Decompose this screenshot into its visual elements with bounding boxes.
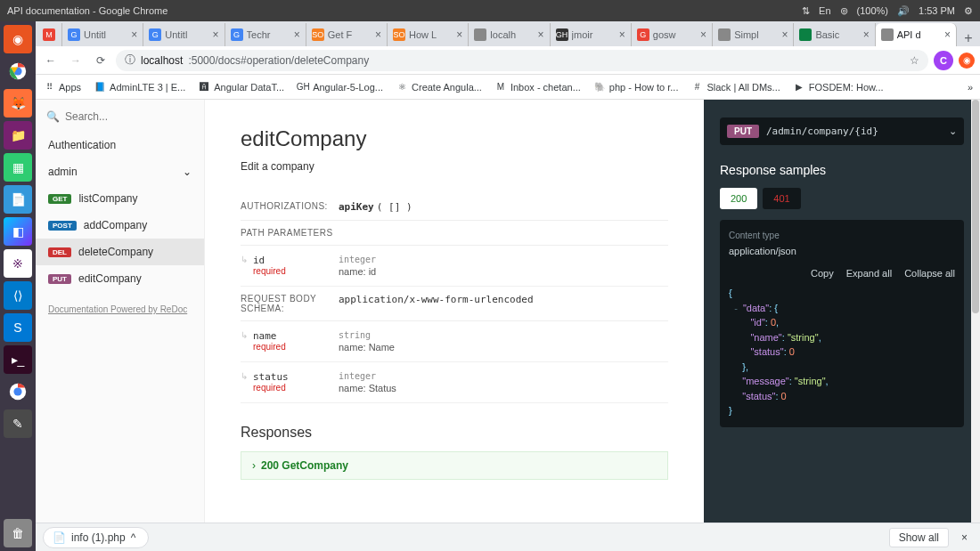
dock-chrome2[interactable] [4, 377, 32, 406]
profile-avatar[interactable]: C [934, 51, 953, 70]
close-downloads-bar[interactable]: × [956, 531, 973, 544]
chevron-down-icon: ⌄ [183, 166, 192, 178]
search-row: 🔍 [36, 107, 204, 132]
status-tab-401[interactable]: 401 [763, 188, 800, 209]
scrollbar[interactable] [971, 100, 980, 523]
close-tab-icon[interactable]: × [700, 28, 706, 41]
forward-button[interactable]: → [66, 51, 86, 70]
browser-tab[interactable]: localh× [469, 23, 550, 46]
json-sample: Content type application/json Copy Expan… [720, 220, 964, 427]
dock-terminal[interactable]: ▸_ [4, 345, 32, 374]
dock-app1[interactable]: ◧ [4, 217, 32, 246]
browser-tab[interactable]: API d× [876, 23, 957, 46]
operation-pane: editCompany Edit a company AUTHORIZATION… [205, 100, 704, 523]
tab-gmail[interactable]: M [36, 23, 62, 46]
browser-tab[interactable]: Simpl× [713, 23, 794, 46]
bookmarks-bar: ⠿Apps📘AdminLTE 3 | E...🅰Angular DataT...… [36, 75, 980, 100]
close-tab-icon[interactable]: × [538, 28, 544, 41]
browser-tab[interactable]: Ggosw× [632, 23, 713, 46]
dock-skype[interactable]: S [4, 313, 32, 342]
browser-tab[interactable]: GTechr× [225, 23, 306, 46]
wifi-icon[interactable]: ⊚ [840, 5, 848, 17]
dock-editor[interactable]: ✎ [4, 409, 32, 438]
body-param-row: statusrequiredinteger name: Status [241, 362, 668, 403]
json-body: { - "data": { "id": 0, "name": "string",… [729, 286, 955, 418]
reload-button[interactable]: ⟳ [91, 51, 110, 70]
search-input[interactable] [65, 110, 199, 123]
close-tab-icon[interactable]: × [213, 28, 219, 41]
sidebar-operation[interactable]: GETlistCompany [36, 185, 204, 212]
endpoint-box[interactable]: PUT /admin/company/{id} ⌄ [720, 117, 964, 145]
browser-tab[interactable]: Basic× [794, 23, 875, 46]
system-tray: ⇅ En ⊚ (100%) 🔊 1:53 PM ⚙ [802, 5, 973, 17]
bookmark-star-icon[interactable]: ☆ [910, 54, 919, 67]
volume-icon[interactable]: 🔊 [897, 5, 910, 17]
status-tabs: 200 401 [720, 188, 964, 209]
bookmark-item[interactable]: ⚛Create Angula... [396, 81, 482, 93]
system-top-bar: API documentation - Google Chrome ⇅ En ⊚… [0, 0, 980, 21]
back-button[interactable]: ← [41, 51, 61, 70]
dock-files[interactable]: 📁 [4, 121, 32, 150]
dock-vscode[interactable]: ⟨⟩ [4, 281, 32, 310]
close-tab-icon[interactable]: × [375, 28, 381, 41]
close-tab-icon[interactable]: × [944, 28, 951, 41]
close-tab-icon[interactable]: × [294, 28, 300, 41]
dock-slack[interactable]: ※ [4, 249, 32, 278]
bookmark-item[interactable]: 🅰Angular DataT... [198, 81, 284, 93]
operation-title: editCompany [241, 126, 668, 151]
browser-tab[interactable]: SOHow L× [388, 23, 469, 46]
browser-tab[interactable]: GHjmoir× [551, 23, 632, 46]
search-icon: 🔍 [46, 110, 60, 123]
collapse-all-button[interactable]: Collapse all [904, 266, 955, 281]
chevron-up-icon[interactable]: ^ [131, 531, 136, 544]
close-tab-icon[interactable]: × [863, 28, 870, 41]
bookmarks-overflow[interactable]: » [968, 82, 973, 93]
bookmark-item[interactable]: MInbox - chetan... [494, 81, 581, 93]
browser-tab[interactable]: SOGet F× [306, 23, 388, 46]
bookmark-item[interactable]: ⠿Apps [43, 81, 81, 93]
sidebar-operation[interactable]: DELdeleteCompany [36, 239, 204, 265]
expand-all-button[interactable]: Expand all [846, 266, 892, 281]
copy-button[interactable]: Copy [811, 266, 834, 281]
close-tab-icon[interactable]: × [619, 28, 625, 41]
extension-icon[interactable]: ◉ [959, 53, 975, 69]
auth-value: apiKey ( [] ) [339, 201, 668, 213]
dock-chrome[interactable] [4, 57, 32, 85]
address-bar[interactable]: ⓘ localhost:5000/docs#operation/deleteCo… [116, 50, 928, 71]
endpoint-path: /admin/company/{id} [766, 126, 942, 137]
content-type-label: Content type [729, 229, 955, 242]
sidebar-operation[interactable]: PUTeditCompany [36, 265, 204, 292]
bookmark-item[interactable]: 🐘php - How to r... [593, 81, 679, 93]
bookmark-item[interactable]: #Slack | All DMs... [690, 81, 780, 93]
show-all-downloads[interactable]: Show all [889, 528, 949, 547]
bookmark-item[interactable]: GHAngular-5-Log... [297, 81, 383, 93]
gear-icon[interactable]: ⚙ [964, 5, 973, 17]
dock-calc[interactable]: ▦ [4, 153, 32, 182]
new-tab-button[interactable]: + [957, 30, 980, 46]
window-title: API documentation - Google Chrome [7, 5, 802, 16]
sidebar-operation[interactable]: POSTaddCompany [36, 212, 204, 239]
network-icon[interactable]: ⇅ [802, 5, 810, 17]
bookmark-item[interactable]: ▶FOSDEM: How... [793, 81, 884, 93]
lang-indicator[interactable]: En [819, 5, 830, 16]
close-tab-icon[interactable]: × [131, 28, 137, 41]
bookmark-item[interactable]: 📘AdminLTE 3 | E... [94, 81, 185, 93]
nav-group-admin[interactable]: admin ⌄ [36, 158, 204, 185]
svg-point-3 [13, 387, 21, 395]
response-samples-heading: Response samples [720, 163, 964, 177]
launcher-dock: ◉ 🦊 📁 ▦ 📄 ◧ ※ ⟨⟩ S ▸_ ✎ 🗑 [0, 21, 36, 551]
redoc-footer[interactable]: Documentation Powered by ReDoc [36, 292, 204, 327]
nav-authentication[interactable]: Authentication [36, 132, 204, 158]
close-tab-icon[interactable]: × [456, 28, 462, 41]
response-200-row[interactable]: › 200 GetCompany [241, 451, 668, 480]
site-info-icon[interactable]: ⓘ [125, 53, 135, 68]
dock-firefox[interactable]: 🦊 [4, 89, 32, 117]
browser-tab[interactable]: GUntitl× [143, 23, 225, 46]
download-chip[interactable]: 📄 info (1).php ^ [43, 527, 149, 548]
dock-writer[interactable]: 📄 [4, 185, 32, 214]
browser-tab[interactable]: GUntitl× [62, 23, 143, 46]
dock-trash[interactable]: 🗑 [4, 519, 32, 547]
close-tab-icon[interactable]: × [781, 28, 788, 41]
dock-ubuntu[interactable]: ◉ [4, 25, 32, 53]
status-tab-200[interactable]: 200 [720, 188, 757, 209]
